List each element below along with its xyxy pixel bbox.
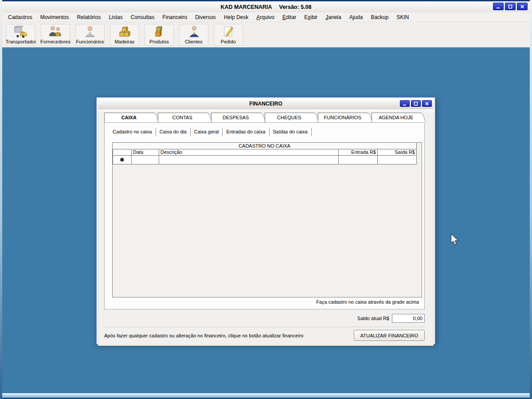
tab-label: CONTAS bbox=[158, 113, 207, 122]
menu-item-backup[interactable]: Backup bbox=[367, 13, 392, 22]
maximize-icon bbox=[414, 100, 418, 108]
financeiro-window: FINANCEIRO CAIXACONTASDESPESASCHEQUESFUN… bbox=[96, 97, 435, 344]
minimize-icon bbox=[403, 100, 407, 108]
app-version: Versão: 5.08 bbox=[279, 4, 312, 10]
menu-item-exibir[interactable]: Exibir bbox=[300, 13, 321, 22]
toolbar-button-label: Madeiras bbox=[114, 39, 134, 45]
wood-boxes-icon bbox=[117, 24, 132, 39]
tab-funcionarios[interactable]: FUNCIONÁRIOS bbox=[318, 113, 367, 122]
tab-label: CHEQUES bbox=[265, 113, 314, 122]
tab-cheques[interactable]: CHEQUES bbox=[265, 113, 314, 122]
grid-empty-cell[interactable] bbox=[338, 155, 377, 164]
financeiro-title-bar[interactable]: FINANCEIRO bbox=[98, 99, 434, 109]
tab-label: DESPESAS bbox=[211, 113, 260, 122]
title-bar: KAD MARCENARIAVersão: 5.08 bbox=[2, 1, 530, 12]
window-frame-bottom bbox=[2, 393, 530, 399]
main-window-controls bbox=[493, 3, 528, 10]
caixa-tab-page: Cadastro no caixaCaixa do diaCaixa geral… bbox=[104, 122, 425, 309]
tab-label: FUNCIONÁRIOS bbox=[318, 113, 367, 122]
toolbar-button-funcionarios[interactable]: Funcionários bbox=[75, 24, 105, 46]
menu-item-help-desk[interactable]: Help Desk bbox=[220, 13, 252, 22]
column-header-saida-r[interactable]: Saída R$ bbox=[377, 149, 416, 155]
footer-row: Após fazer qualquer cadastro ou alteraçã… bbox=[104, 327, 425, 341]
atualizar-financeiro-button[interactable]: ATUALIZAR FINANCEIRO bbox=[354, 330, 425, 341]
menu-item-financeiro[interactable]: Financeiro bbox=[158, 13, 191, 22]
toolbar-button-label: Funcionários bbox=[76, 39, 104, 45]
atualizar-financeiro-label: ATUALIZAR FINANCEIRO bbox=[360, 333, 419, 338]
tab-despesas[interactable]: DESPESAS bbox=[211, 113, 260, 122]
cadastro-caixa-grid: CADASTRO NO CAIXA DataDescriçãoEntrada R… bbox=[113, 143, 417, 164]
financeiro-tab-strip: CAIXACONTASDESPESASCHEQUESFUNCIONÁRIOSAG… bbox=[104, 113, 425, 122]
financeiro-title: FINANCEIRO bbox=[249, 101, 282, 107]
toolbar-button-label: Clientes bbox=[185, 39, 203, 45]
maximize-icon bbox=[508, 3, 512, 11]
toolbar-button-transportador[interactable]: Transportador bbox=[6, 24, 35, 46]
menu-item-movimentos[interactable]: Movimentos bbox=[36, 13, 73, 22]
grid-empty-cell[interactable] bbox=[377, 155, 416, 164]
menu-item-arquivo[interactable]: Arquivo bbox=[252, 13, 278, 22]
close-button[interactable] bbox=[517, 3, 528, 10]
app-title: KAD MARCENARIAVersão: 5.08 bbox=[221, 4, 312, 10]
menu-item-relatorios[interactable]: Relatórios bbox=[73, 13, 105, 22]
minimize-button[interactable] bbox=[493, 3, 504, 10]
subtab-entradas-do-caixa[interactable]: Entradas do caixa bbox=[223, 128, 269, 136]
footer-note: Após fazer qualquer cadastro ou alteraçã… bbox=[104, 333, 303, 338]
product-boxes-icon bbox=[152, 24, 166, 39]
menu-item-consultas[interactable]: Consultas bbox=[127, 13, 158, 22]
mdi-desktop: FINANCEIRO CAIXACONTASDESPESASCHEQUESFUN… bbox=[2, 47, 530, 393]
grid-hint-text: Faça cadastro no caixa através da grade … bbox=[316, 299, 419, 305]
toolbar-button-pedido[interactable]: Pedido bbox=[214, 24, 243, 46]
grid-empty-cell[interactable] bbox=[131, 155, 159, 164]
menu-item-editar[interactable]: Editar bbox=[278, 13, 300, 22]
app-window: KAD MARCENARIAVersão: 5.08 CadastrosMovi… bbox=[0, 0, 532, 399]
grid-empty-cell[interactable] bbox=[159, 155, 338, 164]
new-row-marker: ✱ bbox=[113, 155, 131, 164]
menu-item-skin[interactable]: SKIN bbox=[392, 13, 413, 22]
subtab-cadastro-no-caixa[interactable]: Cadastro no caixa bbox=[109, 128, 156, 136]
minimize-icon bbox=[496, 3, 501, 11]
menu-item-listas[interactable]: Listas bbox=[105, 13, 126, 22]
saldo-input[interactable] bbox=[392, 314, 425, 323]
tab-caixa[interactable]: CAIXA bbox=[104, 113, 153, 122]
suppliers-icon bbox=[48, 24, 63, 39]
subtab-caixa-do-dia[interactable]: Caixa do dia bbox=[156, 128, 191, 136]
tab-agenda-hoje[interactable]: AGENDA HOJE bbox=[372, 113, 421, 122]
toolbar-button-fornecedores[interactable]: Fornecedores bbox=[41, 24, 70, 46]
column-header-entrada-r[interactable]: Entrada R$ bbox=[338, 149, 377, 155]
order-pencil-icon bbox=[221, 24, 235, 39]
caixa-grid-area: CADASTRO NO CAIXA DataDescriçãoEntrada R… bbox=[112, 142, 422, 297]
toolbar-button-label: Transportador bbox=[6, 39, 36, 45]
subtab-caixa-geral[interactable]: Caixa geral bbox=[191, 128, 223, 136]
toolbar-button-label: Fornecedores bbox=[40, 39, 70, 45]
tab-contas[interactable]: CONTAS bbox=[158, 113, 207, 122]
toolbar-button-madeiras[interactable]: Madeiras bbox=[110, 24, 139, 46]
saldo-row: Saldo atual R$ bbox=[104, 309, 425, 327]
menu-item-janela[interactable]: Janela bbox=[321, 13, 345, 22]
toolbar-button-label: Produtos bbox=[149, 39, 169, 45]
subtab-saidas-do-caixa[interactable]: Saídas do caixa bbox=[270, 128, 312, 136]
app-title-text: KAD MARCENARIA bbox=[221, 4, 272, 10]
grid-caption: CADASTRO NO CAIXA bbox=[113, 143, 416, 149]
column-header-descricao[interactable]: Descrição bbox=[159, 149, 338, 155]
client-icon bbox=[187, 24, 201, 39]
menu-item-cadastros[interactable]: Cadastros bbox=[4, 13, 36, 22]
close-icon bbox=[520, 3, 524, 11]
toolbar-button-produtos[interactable]: Produtos bbox=[145, 24, 174, 46]
tab-label: CAIXA bbox=[105, 113, 153, 122]
maximize-button[interactable] bbox=[505, 3, 516, 10]
toolbar: TransportadorFornecedoresFuncionáriosMad… bbox=[2, 22, 530, 47]
menu-bar: CadastrosMovimentosRelatóriosListasConsu… bbox=[2, 12, 530, 22]
employee-icon bbox=[83, 24, 97, 39]
toolbar-button-clientes[interactable]: Clientes bbox=[179, 24, 208, 46]
row-selector-header[interactable] bbox=[113, 149, 131, 155]
close-icon bbox=[425, 100, 429, 108]
tab-label: AGENDA HOJE bbox=[372, 113, 421, 122]
maximize-button[interactable] bbox=[411, 100, 421, 107]
menu-item-ajuda[interactable]: Ajuda bbox=[345, 13, 367, 22]
close-button[interactable] bbox=[422, 100, 432, 107]
caixa-subtab-strip: Cadastro no caixaCaixa do diaCaixa geral… bbox=[109, 128, 424, 136]
financeiro-window-controls bbox=[400, 100, 432, 107]
menu-item-diversos[interactable]: Diversos bbox=[191, 13, 220, 22]
minimize-button[interactable] bbox=[400, 100, 410, 107]
column-header-data[interactable]: Data bbox=[131, 149, 159, 155]
